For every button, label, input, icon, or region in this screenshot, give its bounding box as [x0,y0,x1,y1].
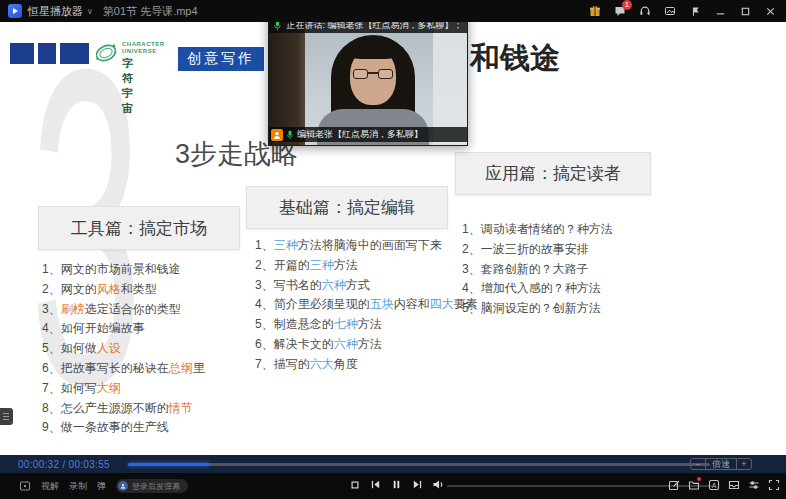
notification-dot [697,477,701,481]
brand-globe-icon [92,39,120,71]
control-bar: 视解 录制 弹 登录后发弹幕 [0,473,786,499]
danmaku-input[interactable]: 登录后发弹幕 [116,479,188,493]
section-header-basics: 基础篇：搞定编辑 [246,186,448,229]
progress-bar-row: 00:00:32 / 00:03:55 − 倍速 + [0,455,786,473]
next-icon[interactable] [411,478,424,491]
list-item: 5、制造悬念的七种方法 [255,315,478,335]
file-name: 第01节 先导课.mp4 [103,4,198,19]
section-header-application: 应用篇：搞定读者 [455,152,651,195]
message-badge: 1 [622,0,632,10]
list-item: 7、如何写大纲 [42,379,205,399]
previous-icon[interactable] [369,478,382,491]
microphone-icon [286,130,294,140]
presenter-avatar [353,69,393,79]
svg-text:A: A [711,481,716,488]
seek-bar[interactable] [128,463,710,466]
minimize-icon[interactable] [712,3,728,19]
list-item: 3、刷榜选定适合你的类型 [42,300,205,320]
list-item: 2、网文的风格和类型 [42,280,205,300]
person-icon [271,129,283,141]
list-item: 5、脑洞设定的？创新方法 [462,299,613,319]
list-item: 4、如何开始编故事 [42,319,205,339]
list-item: 4、增加代入感的？种方法 [462,279,613,299]
speed-increase-button[interactable]: + [736,459,751,469]
section-list-basics: 1、三种方法将脑海中的画面写下来2、开篇的三种方法3、写书名的六种方式4、简介里… [255,236,478,375]
webcam-overlay: 正在讲话: 编辑老张【红点易消，多私聊】； 编辑老张【红点易消，多私聊】 [268,12,468,146]
volume-icon[interactable] [432,478,445,491]
brand-flag-block [38,43,56,64]
list-item: 4、简介里必须呈现的五块内容和四大要素 [255,295,478,315]
speaker-name: 编辑老张【红点易消，多私聊】 [297,128,423,141]
list-item: 8、怎么产生源源不断的情节 [42,399,205,419]
brand-tag-button: 创意写作 [178,47,264,71]
section-list-tools: 1、网文的市场前景和钱途2、网文的风格和类型3、刷榜选定适合你的类型4、如何开始… [42,260,205,438]
list-item: 2、一波三折的故事安排 [462,240,613,260]
speaker-name-bar: 编辑老张【红点易消，多私聊】 [269,127,467,142]
list-item: 3、写书名的六种方式 [255,276,478,296]
section-header-tools: 工具篇：搞定市场 [38,206,240,250]
headset-icon[interactable] [637,3,653,19]
login-icon [118,481,128,491]
danmaku-toggle[interactable]: 弹 [97,480,106,493]
list-item: 5、如何做人设 [42,339,205,359]
list-item: 7、描写的六大角度 [255,355,478,375]
list-item: 1、调动读者情绪的？种方法 [462,220,613,240]
seek-bar-fill [128,463,209,466]
slide-title-partial: 和钱途 [470,38,560,79]
maximize-icon[interactable] [737,3,753,19]
brand-name-english: CHARACTERUNIVERSE [122,41,165,55]
playlist-handle[interactable] [0,408,13,425]
stop-icon[interactable] [348,478,361,491]
list-item: 6、解决卡文的六种方法 [255,335,478,355]
gift-icon[interactable] [587,3,603,19]
section-list-application: 1、调动读者情绪的？种方法2、一波三折的故事安排3、套路创新的？大路子4、增加代… [462,220,613,319]
danmaku-placeholder: 登录后发弹幕 [132,481,180,492]
list-item: 6、把故事写长的秘诀在总纲里 [42,359,205,379]
popup-icon[interactable] [18,480,31,493]
list-item: 1、网文的市场前景和钱途 [42,260,205,280]
time-display: 00:00:32 / 00:03:55 [18,459,110,470]
video-option-label[interactable]: 视解 [41,480,59,493]
list-item: 3、套路创新的？大路子 [462,260,613,280]
fullscreen-icon[interactable] [767,478,780,491]
brand-name-chinese: 字符宇宙 [122,56,135,116]
speed-decrease-button[interactable]: − [691,459,706,469]
pin-icon[interactable] [687,3,703,19]
screenshot-icon[interactable] [662,3,678,19]
playlist-icon[interactable] [727,478,740,491]
app-name[interactable]: 恒星播放器 [28,4,83,19]
message-icon[interactable]: 1 [612,3,628,19]
list-item: 1、三种方法将脑海中的画面写下来 [255,236,478,256]
settings-icon[interactable] [747,478,760,491]
list-item: 9、做一条故事的生产线 [42,418,205,438]
app-logo-icon [8,4,22,18]
record-label[interactable]: 录制 [69,480,87,493]
speed-control: − 倍速 + [690,458,752,470]
brand-flag-block [10,43,34,64]
list-item: 2、开篇的三种方法 [255,256,478,276]
player-window: 恒星播放器 ∨ 第01节 先导课.mp4 1 [0,0,786,499]
pause-icon[interactable] [390,478,403,491]
subtitle-icon[interactable]: A [707,478,720,491]
speed-label[interactable]: 倍速 [706,459,736,469]
title-bar: 恒星播放器 ∨ 第01节 先导课.mp4 1 [0,0,786,22]
folder-icon[interactable] [687,478,700,491]
chevron-down-icon[interactable]: ∨ [87,7,93,16]
presenter-avatar [347,37,399,59]
brand-flag-block [60,43,89,64]
edit-icon[interactable] [667,478,680,491]
close-icon[interactable] [762,3,778,19]
